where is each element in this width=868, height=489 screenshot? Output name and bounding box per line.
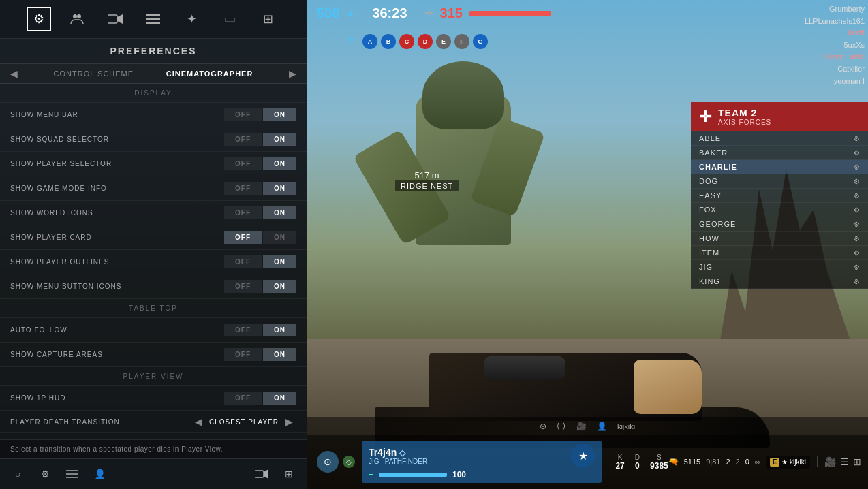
- toolbar-rect-icon[interactable]: ▭: [217, 7, 242, 31]
- waypoint-label: RIDGE NEST: [395, 180, 459, 191]
- spectator-controls: ⊙ ◇: [317, 451, 355, 473]
- player-icon: ⚙: [854, 149, 860, 157]
- toolbar-grid-icon[interactable]: ⊞: [255, 7, 280, 31]
- bottom-cam-icon[interactable]: [251, 463, 273, 485]
- player-icon: ⚙: [854, 178, 860, 185]
- setting-show-game-mode-info: SHOW GAME MODE INFO OFF ON: [0, 176, 307, 201]
- toggle-off-btn[interactable]: OFF: [224, 231, 262, 244]
- toggle-on-btn[interactable]: ON: [263, 324, 296, 336]
- toggle-on-btn[interactable]: ON: [263, 280, 296, 293]
- toggle-on-btn[interactable]: ON: [263, 231, 296, 244]
- bottom-list-icon[interactable]: [61, 463, 83, 485]
- control-scheme-row[interactable]: ◀ CONTROL SCHEME CINEMATOGRAPHER ▶: [0, 64, 307, 84]
- dropdown-value-group[interactable]: ◀ CLOSEST PLAYER ▶: [191, 416, 296, 427]
- hud-cross-icon: ✛: [424, 7, 433, 20]
- toggle-on-btn[interactable]: ON: [263, 348, 296, 361]
- dropdown-next[interactable]: ▶: [282, 416, 296, 427]
- toggle-show-menu-bar[interactable]: OFF ON: [224, 108, 296, 121]
- toolbar-star-icon[interactable]: ✦: [179, 7, 204, 31]
- player-icon: ⚙: [854, 249, 860, 257]
- toggle-off-btn[interactable]: OFF: [224, 392, 262, 405]
- flag-E: E: [436, 34, 451, 49]
- e-key: E: [770, 458, 780, 467]
- player-row-king: KING ⚙: [691, 274, 868, 289]
- left-settings-panel: ⚙ ✦ ▭ ⊞ PREFERENCES ◀ CONTROL SCHEME CIN…: [0, 0, 307, 489]
- setting-show-capture-areas: SHOW CAPTURE AREAS OFF ON: [0, 343, 307, 367]
- player-icon: ⚙: [854, 192, 860, 200]
- spectator-diamond-icon: ◇: [343, 456, 355, 468]
- setting-show-player-selector: SHOW PLAYER SELECTOR OFF ON: [0, 152, 307, 176]
- toolbar-settings-icon[interactable]: ⚙: [27, 7, 51, 31]
- hud-star-icon: ★: [346, 8, 355, 19]
- flag-B: B: [381, 34, 396, 49]
- player-row-baker: BAKER ⚙: [691, 146, 868, 160]
- spectator-cam-icon[interactable]: ⊙: [317, 451, 339, 473]
- bottom-grid3-icon[interactable]: ⊞: [853, 456, 861, 467]
- bottom-person-icon[interactable]: 👤: [89, 463, 110, 485]
- toggle-show-capture-areas[interactable]: OFF ON: [224, 348, 296, 361]
- toggle-on-btn[interactable]: ON: [263, 392, 296, 405]
- toggle-on-btn[interactable]: ON: [263, 206, 296, 219]
- score-blue: 508: [317, 5, 339, 21]
- toggle-on-btn[interactable]: ON: [263, 255, 296, 268]
- flag-F: F: [454, 34, 469, 49]
- toggle-off-btn[interactable]: OFF: [224, 157, 262, 170]
- toggle-auto-follow[interactable]: OFF ON: [224, 324, 296, 336]
- toggle-show-menu-button-icons[interactable]: OFF ON: [224, 280, 296, 293]
- toggle-on-btn[interactable]: ON: [263, 182, 296, 195]
- team-panel: ✛ TEAM 2 AXIS FORCES ABLE ⚙ BAKER ⚙ CHAR…: [691, 102, 868, 289]
- player-card-btn[interactable]: ★: [571, 444, 595, 468]
- toggle-off-btn[interactable]: OFF: [224, 280, 262, 293]
- player-row-easy: EASY ⚙: [691, 189, 868, 203]
- control-scheme-prev[interactable]: ◀: [7, 68, 21, 79]
- toggle-show-player-card[interactable]: OFF ON: [224, 231, 296, 244]
- interact-label: ★ kijkiki: [781, 458, 806, 466]
- player-icon: ⚙: [854, 235, 860, 242]
- health-bar-fill: [379, 473, 447, 477]
- stats-group: K 27 D 0 S 9385: [615, 454, 668, 471]
- player-row-fox: FOX ⚙: [691, 203, 868, 217]
- toolbar-squad-icon[interactable]: [65, 7, 89, 31]
- player-death-transition-row[interactable]: PLAYER DEATH TRANSITION ◀ CLOSEST PLAYER…: [0, 411, 307, 433]
- setting-show-menu-bar: SHOW MENU BAR OFF ON: [0, 103, 307, 127]
- hud-top: 508 ★ 36:23 ✛ 315: [307, 0, 868, 27]
- ammo-extra: 2: [736, 458, 740, 466]
- toggle-show-squad-selector[interactable]: OFF ON: [224, 133, 296, 146]
- toggle-off-btn[interactable]: OFF: [224, 206, 262, 219]
- toggle-on-btn[interactable]: ON: [263, 108, 296, 121]
- toggle-on-btn[interactable]: ON: [263, 133, 296, 146]
- toggle-off-btn[interactable]: OFF: [224, 324, 262, 336]
- toggle-off-btn[interactable]: OFF: [224, 348, 262, 361]
- player-info-box: Tr4j4n ◇ JIG | PATHFINDER ★ + 100: [362, 441, 602, 483]
- health-value: 100: [452, 470, 466, 479]
- toggle-off-btn[interactable]: OFF: [224, 182, 262, 195]
- control-scheme-next[interactable]: ▶: [285, 68, 300, 79]
- bottom-cam2-icon[interactable]: 🎥: [824, 456, 836, 467]
- toolbar-menu-icon[interactable]: [141, 7, 166, 31]
- toggle-show-player-selector[interactable]: OFF ON: [224, 157, 296, 170]
- spectator-bar: ⊙ ⟨ ⟩ 🎥 👤 kijkiki: [307, 417, 868, 435]
- bottom-list2-icon[interactable]: ☰: [840, 456, 849, 467]
- toggle-show-game-mode-info[interactable]: OFF ON: [224, 182, 296, 195]
- toolbar: ⚙ ✦ ▭ ⊞: [0, 0, 307, 39]
- bottom-toolbar: ○ ⚙ 👤 ⊞: [0, 458, 307, 489]
- toolbar-camera-icon[interactable]: [103, 7, 127, 31]
- player-icon: ⚙: [854, 135, 860, 142]
- toggle-off-btn[interactable]: OFF: [224, 255, 262, 268]
- health-bar-hud: [469, 11, 551, 16]
- team-subtitle: AXIS FORCES: [718, 119, 771, 126]
- dropdown-prev[interactable]: ◀: [191, 416, 206, 427]
- toggle-show-player-outlines[interactable]: OFF ON: [224, 255, 296, 268]
- bottom-circle-icon[interactable]: ○: [7, 463, 29, 485]
- toggle-on-btn[interactable]: ON: [263, 157, 296, 170]
- bottom-gear-icon[interactable]: ⚙: [34, 463, 56, 485]
- preferences-title: PREFERENCES: [0, 39, 307, 64]
- toggle-off-btn[interactable]: OFF: [224, 133, 262, 146]
- toggle-show-world-icons[interactable]: OFF ON: [224, 206, 296, 219]
- health-bar: [379, 473, 447, 477]
- bottom-grid2-icon[interactable]: ⊞: [278, 463, 300, 485]
- interact-prompt: E ★ kijkiki: [766, 456, 810, 469]
- player-row-item: ITEM ⚙: [691, 246, 868, 260]
- toggle-show-1p-hud[interactable]: OFF ON: [224, 392, 296, 405]
- toggle-off-btn[interactable]: OFF: [224, 108, 262, 121]
